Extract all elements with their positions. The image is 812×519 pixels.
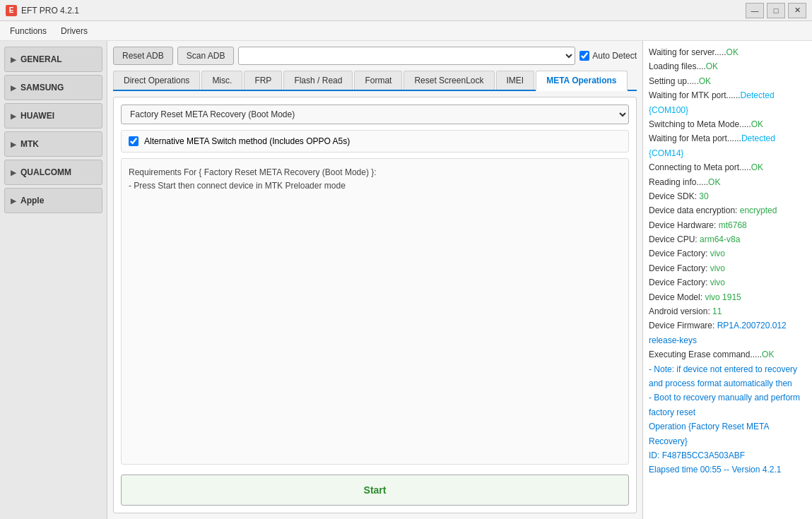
log-line: - Boot to recovery manually and perform … bbox=[649, 390, 806, 419]
log-line: Executing Erase command.....OK bbox=[649, 347, 806, 362]
sidebar-item-mtk[interactable]: ▶ MTK bbox=[4, 131, 102, 157]
log-line: Device Hardware: mt6768 bbox=[649, 218, 806, 232]
tab-format[interactable]: Format bbox=[354, 71, 402, 90]
arrow-icon: ▶ bbox=[11, 56, 16, 64]
checkbox-row: Alternative META Switch method (Includes… bbox=[121, 130, 629, 153]
log-line: Connecting to Meta port.....OK bbox=[649, 160, 806, 174]
alternative-meta-checkbox[interactable] bbox=[129, 136, 139, 146]
log-line: Device Factory: vivo bbox=[649, 275, 806, 290]
menu-bar: Functions Drivers bbox=[0, 21, 812, 41]
requirements-line1: - Press Start then connect device in MTK… bbox=[129, 179, 621, 193]
operation-dropdown[interactable]: Factory Reset META Recovery (Boot Mode) bbox=[121, 105, 629, 124]
maximize-button[interactable]: □ bbox=[767, 3, 785, 18]
log-line: Waiting for MTK port......Detected {COM1… bbox=[649, 88, 806, 117]
alternative-meta-label: Alternative META Switch method (Includes… bbox=[144, 136, 350, 146]
start-button[interactable]: Start bbox=[121, 475, 629, 506]
top-bar: Reset ADB Scan ADB Auto Detect bbox=[113, 47, 637, 65]
menu-functions[interactable]: Functions bbox=[3, 23, 54, 39]
requirements-title: Requirements For { Factory Reset META Re… bbox=[129, 166, 621, 179]
log-line: Device CPU: arm64-v8a bbox=[649, 232, 806, 246]
title-bar: E EFT PRO 4.2.1 — □ ✕ bbox=[0, 0, 812, 21]
log-panel: Waiting for server.....OKLoading files..… bbox=[642, 41, 812, 519]
main-layout: ▶ GENERAL ▶ SAMSUNG ▶ HUAWEI ▶ MTK ▶ QUA… bbox=[0, 41, 812, 519]
log-line: Reading info.....OK bbox=[649, 175, 806, 189]
tab-imei[interactable]: IMEI bbox=[496, 71, 535, 90]
main-panel: Factory Reset META Recovery (Boot Mode) … bbox=[113, 97, 637, 513]
tab-misc[interactable]: Misc. bbox=[201, 71, 242, 90]
scan-adb-button[interactable]: Scan ADB bbox=[177, 47, 235, 65]
log-line: Device data encryption: encrypted bbox=[649, 203, 806, 217]
arrow-icon: ▶ bbox=[11, 141, 16, 148]
sidebar-item-general[interactable]: ▶ GENERAL bbox=[4, 47, 102, 72]
requirements-box: Requirements For { Factory Reset META Re… bbox=[121, 158, 629, 465]
app-icon: E bbox=[6, 5, 17, 16]
sidebar-label-mtk: MTK bbox=[20, 139, 39, 149]
sidebar-item-huawei[interactable]: ▶ HUAWEI bbox=[4, 103, 102, 129]
tabs: Direct Operations Misc. FRP Flash / Read… bbox=[113, 71, 637, 91]
content-area: Reset ADB Scan ADB Auto Detect Direct Op… bbox=[107, 41, 642, 519]
dropdown-row: Factory Reset META Recovery (Boot Mode) bbox=[121, 105, 629, 124]
sidebar-label-huawei: HUAWEI bbox=[20, 111, 54, 121]
sidebar-label-qualcomm: QUALCOMM bbox=[20, 167, 71, 177]
arrow-icon: ▶ bbox=[11, 84, 16, 92]
arrow-icon: ▶ bbox=[11, 169, 16, 177]
tab-frp[interactable]: FRP bbox=[244, 71, 282, 90]
log-line: Device Factory: vivo bbox=[649, 261, 806, 275]
menu-drivers[interactable]: Drivers bbox=[54, 23, 95, 39]
log-line: ID: F487B5CC3A503ABF bbox=[649, 448, 806, 463]
port-select[interactable] bbox=[238, 47, 575, 65]
log-line: Switching to Meta Mode.....OK bbox=[649, 117, 806, 131]
arrow-icon: ▶ bbox=[11, 112, 16, 120]
close-button[interactable]: ✕ bbox=[788, 3, 806, 18]
log-line: Android version: 11 bbox=[649, 304, 806, 318]
sidebar-item-apple[interactable]: ▶ Apple bbox=[4, 188, 102, 213]
tab-reset-screenlock[interactable]: Reset ScreenLock bbox=[404, 71, 494, 90]
log-line: Device Factory: vivo bbox=[649, 246, 806, 261]
arrow-icon: ▶ bbox=[11, 197, 16, 205]
log-line: Device SDK: 30 bbox=[649, 189, 806, 203]
auto-detect-checkbox[interactable] bbox=[579, 51, 589, 61]
log-line: Waiting for Meta port......Detected {COM… bbox=[649, 131, 806, 160]
sidebar-item-qualcomm[interactable]: ▶ QUALCOMM bbox=[4, 160, 102, 185]
reset-adb-button[interactable]: Reset ADB bbox=[113, 47, 173, 65]
log-line: Setting up.....OK bbox=[649, 74, 806, 88]
log-line: Waiting for server.....OK bbox=[649, 45, 806, 59]
tab-flash-read[interactable]: Flash / Read bbox=[283, 71, 353, 90]
sidebar: ▶ GENERAL ▶ SAMSUNG ▶ HUAWEI ▶ MTK ▶ QUA… bbox=[0, 41, 107, 519]
sidebar-item-samsung[interactable]: ▶ SAMSUNG bbox=[4, 75, 102, 100]
log-line: Elapsed time 00:55 -- Version 4.2.1 bbox=[649, 463, 806, 477]
auto-detect-text: Auto Detect bbox=[592, 51, 637, 61]
log-line: Device Firmware: RP1A.200720.012 release… bbox=[649, 318, 806, 347]
app-title: EFT PRO 4.2.1 bbox=[21, 6, 79, 16]
log-line: Loading files....OK bbox=[649, 59, 806, 73]
tab-meta-operations[interactable]: META Operations bbox=[536, 71, 627, 91]
auto-detect-label: Auto Detect bbox=[579, 51, 637, 61]
log-line: Device Model: vivo 1915 bbox=[649, 290, 806, 304]
log-line: Operation {Factory Reset META Recovery} bbox=[649, 419, 806, 448]
sidebar-label-apple: Apple bbox=[20, 196, 44, 205]
tab-direct-operations[interactable]: Direct Operations bbox=[113, 71, 200, 90]
sidebar-label-samsung: SAMSUNG bbox=[20, 83, 64, 93]
minimize-button[interactable]: — bbox=[746, 3, 764, 18]
sidebar-label-general: GENERAL bbox=[20, 54, 62, 64]
log-line: - Note: if device not entered to recover… bbox=[649, 362, 806, 391]
